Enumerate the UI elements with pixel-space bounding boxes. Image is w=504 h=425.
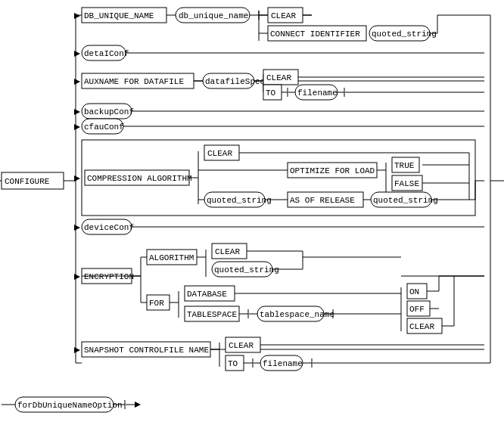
exit-arrow bbox=[135, 402, 141, 408]
clear4-label: CLEAR bbox=[215, 247, 240, 256]
tablespace-label: TABLESPACE bbox=[187, 310, 237, 319]
row1-arrow bbox=[74, 13, 80, 19]
row5-arrow bbox=[74, 124, 80, 130]
clear3-label: CLEAR bbox=[207, 149, 232, 158]
row9-arrow bbox=[74, 347, 80, 353]
off-label: OFF bbox=[409, 305, 425, 314]
auxname-label: AUXNAME FOR DATAFILE bbox=[84, 77, 184, 86]
db-unique-name-val: db_unique_name bbox=[179, 11, 248, 20]
as-of-release-label: AS OF RELEASE bbox=[290, 196, 355, 205]
for-db-unique-name-option-label: forDbUniqueNameOption bbox=[17, 401, 123, 410]
filename2-label: filename bbox=[263, 359, 303, 368]
algorithm-label: ALGORITHM bbox=[149, 253, 194, 262]
row6-arrow bbox=[74, 175, 80, 181]
for-label: FOR bbox=[149, 299, 164, 308]
compression-algorithm-label: COMPRESSION ALGORITHM bbox=[87, 174, 192, 183]
encryption-label: ENCRYPTION bbox=[84, 272, 134, 281]
db-unique-name-kw: DB_UNIQUE_NAME bbox=[84, 11, 154, 20]
row4-arrow bbox=[74, 109, 80, 115]
row7-arrow bbox=[74, 225, 80, 231]
filename1-label: filename bbox=[297, 88, 338, 98]
quoted-string1-label: quoted_string bbox=[372, 29, 437, 39]
snapshot-controlfile-name-label: SNAPSHOT CONTROLFILE NAME bbox=[84, 346, 209, 355]
device-conf-label: deviceConf bbox=[84, 223, 134, 232]
backup-conf-label: backupConf bbox=[84, 107, 134, 116]
datafile-spec-label: datafileSpec bbox=[205, 77, 265, 86]
row2-arrow bbox=[74, 51, 80, 57]
cfau-conf-label: cfauConf bbox=[84, 123, 124, 132]
clear1-label: CLEAR bbox=[271, 11, 296, 20]
quoted-string2-label: quoted_string bbox=[373, 196, 438, 205]
on-label: ON bbox=[409, 287, 419, 296]
clear2-label: CLEAR bbox=[266, 73, 291, 82]
row3-arrow bbox=[74, 79, 80, 85]
tablespace-name-label: tablespace_name bbox=[260, 310, 334, 319]
row8-arrow bbox=[74, 274, 80, 280]
diagram-svg: CONFIGURE DB_UNIQUE_NAME db_unique_name … bbox=[0, 0, 504, 425]
to2-label: TO bbox=[228, 359, 238, 368]
clear5-label: CLEAR bbox=[409, 322, 434, 331]
database-label: DATABASE bbox=[187, 290, 227, 299]
connect-identifier-label: CONNECT IDENTIFIER bbox=[270, 29, 360, 39]
true-label: TRUE bbox=[394, 161, 415, 170]
detail-conf-label: detaIConf bbox=[84, 49, 129, 58]
to-label: TO bbox=[266, 88, 276, 98]
quoted-string3-label: quoted_string bbox=[207, 196, 272, 205]
clear6-label: CLEAR bbox=[229, 341, 254, 350]
optimize-for-load-label: OPTIMIZE FOR LOAD bbox=[290, 166, 375, 175]
false-label: FALSE bbox=[394, 179, 419, 188]
configure-label: CONFIGURE bbox=[5, 177, 50, 186]
quoted-string4-label: quoted_string bbox=[214, 265, 279, 275]
